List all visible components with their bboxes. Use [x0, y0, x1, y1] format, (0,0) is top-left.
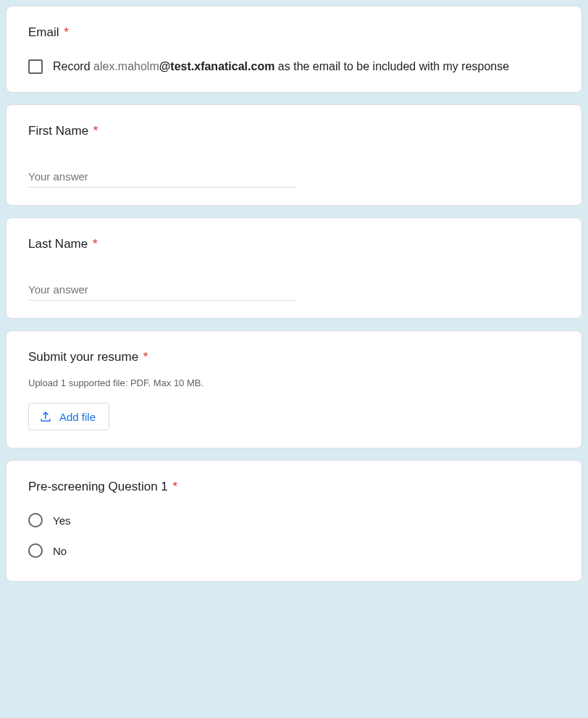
- add-file-button[interactable]: Add file: [28, 403, 109, 430]
- upload-icon: [39, 410, 52, 423]
- resume-label-text: Submit your resume: [28, 350, 138, 364]
- resume-card: Submit your resume * Upload 1 supported …: [6, 330, 582, 448]
- last-name-card: Last Name *: [6, 217, 582, 319]
- add-file-label: Add file: [59, 411, 96, 423]
- required-mark: *: [64, 25, 69, 39]
- record-prefix: Record: [53, 60, 93, 72]
- required-mark: *: [93, 124, 98, 138]
- email-label-text: Email: [28, 25, 59, 39]
- resume-label: Submit your resume *: [28, 348, 560, 366]
- email-card: Email * Record alex.maholm@test.xfanatic…: [6, 6, 582, 93]
- prescreen-option-no[interactable]: No: [28, 543, 560, 558]
- prescreen-label-text: Pre-screening Question 1: [28, 480, 168, 493]
- radio-no-label: No: [53, 545, 67, 557]
- required-mark: *: [143, 350, 148, 364]
- prescreen-options: Yes No: [28, 513, 560, 558]
- prescreen-card: Pre-screening Question 1 * Yes No: [6, 460, 582, 582]
- first-name-label: First Name *: [28, 122, 560, 140]
- required-mark: *: [173, 480, 178, 493]
- last-name-label-text: Last Name: [28, 237, 88, 251]
- email-label: Email *: [28, 24, 560, 41]
- record-email-text: Record alex.maholm@test.xfanatical.com a…: [53, 59, 509, 75]
- record-email-user: alex.maholm: [93, 60, 159, 72]
- record-suffix: as the email to be included with my resp…: [274, 60, 509, 72]
- radio-yes[interactable]: [28, 513, 43, 527]
- required-mark: *: [93, 237, 98, 251]
- prescreen-option-yes[interactable]: Yes: [28, 513, 560, 527]
- record-email-checkbox[interactable]: [28, 59, 43, 74]
- record-email-domain: @test.xfanatical.com: [159, 60, 275, 72]
- resume-help-text: Upload 1 supported file: PDF. Max 10 MB.: [28, 377, 560, 388]
- record-email-row[interactable]: Record alex.maholm@test.xfanatical.com a…: [28, 59, 560, 75]
- first-name-card: First Name *: [6, 104, 582, 206]
- first-name-label-text: First Name: [28, 124, 88, 138]
- last-name-label: Last Name *: [28, 235, 560, 253]
- last-name-input[interactable]: [28, 279, 296, 301]
- prescreen-label: Pre-screening Question 1 *: [28, 478, 560, 496]
- first-name-input[interactable]: [28, 166, 296, 188]
- radio-no[interactable]: [28, 543, 43, 558]
- radio-yes-label: Yes: [53, 514, 70, 527]
